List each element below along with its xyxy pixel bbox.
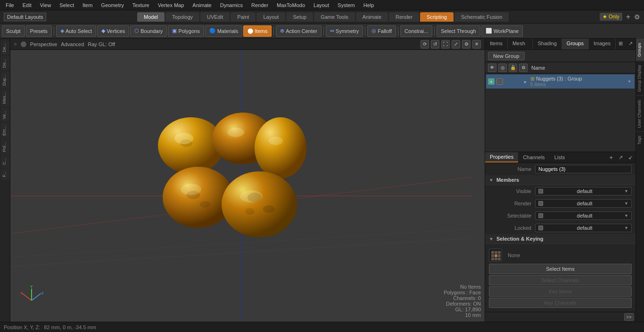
- props-shrink-btn[interactable]: ↙: [626, 153, 636, 162]
- menu-item-item[interactable]: Item: [79, 1, 96, 9]
- tab-shading[interactable]: Shading: [533, 39, 561, 49]
- layer-extra-nuggets[interactable]: [505, 78, 512, 85]
- menu-item-file[interactable]: File: [2, 1, 18, 9]
- props-tab-add[interactable]: +: [606, 152, 616, 163]
- add-layout-icon[interactable]: +: [624, 13, 632, 21]
- constrain-button[interactable]: Constrai...: [400, 25, 432, 37]
- key-items-button[interactable]: Key Items: [489, 286, 632, 297]
- props-expand-btn[interactable]: ↗: [616, 153, 626, 162]
- menu-item-view[interactable]: View: [36, 1, 55, 9]
- viewport-ctrl-3[interactable]: ⛶: [441, 40, 450, 49]
- members-section-header[interactable]: ▼ Members: [485, 175, 636, 185]
- advanced-label[interactable]: Advanced: [61, 41, 84, 47]
- falloff-button[interactable]: ◎ Falloff: [367, 25, 396, 37]
- vertices-button[interactable]: ◆ Vertices: [97, 25, 129, 37]
- sidebar-tab-pol[interactable]: Pol...: [1, 139, 9, 155]
- render-select[interactable]: default ▼: [535, 199, 632, 208]
- symmetry-button[interactable]: ⇔ Symmetry: [326, 25, 363, 37]
- keying-dots-grid[interactable]: [489, 249, 502, 262]
- layout-tab-uvedit[interactable]: UVEdit: [200, 12, 230, 22]
- sidebar-tab-de2[interactable]: De...: [1, 56, 9, 71]
- sidebar-tab-f[interactable]: F...: [1, 169, 9, 180]
- polygons-button[interactable]: ▣ Polygons: [168, 25, 204, 37]
- perspective-label[interactable]: Perspective: [30, 41, 57, 47]
- viewport-menu-icon[interactable]: ≡: [14, 41, 17, 47]
- viewport-ctrl-2[interactable]: ↺: [431, 40, 439, 49]
- props-arrow-btn[interactable]: >>: [624, 313, 634, 321]
- layer-lock-icon[interactable]: 🔒: [509, 64, 517, 72]
- tab-expand-btn[interactable]: ⊞: [616, 39, 626, 49]
- menu-item-animate[interactable]: Animate: [189, 1, 215, 9]
- new-group-button[interactable]: New Group: [488, 52, 525, 60]
- sculpt-button[interactable]: Sculpt: [2, 25, 25, 37]
- selectable-select[interactable]: default ▼: [535, 211, 632, 220]
- menu-item-maxtomodo[interactable]: MaxToModo: [273, 1, 309, 9]
- layout-tab-topology[interactable]: Topology: [165, 12, 199, 22]
- tab-groups[interactable]: Groups: [562, 39, 589, 49]
- menu-item-help[interactable]: Help: [360, 1, 378, 9]
- ray-gl-label[interactable]: Ray GL: Off: [88, 41, 115, 47]
- viewport-ctrl-1[interactable]: ⟳: [421, 40, 429, 49]
- work-plane-button[interactable]: ⬜ WorkPlane: [481, 25, 523, 37]
- materials-button[interactable]: 🔵 Materials: [205, 25, 243, 37]
- menu-item-dynamics[interactable]: Dynamics: [216, 1, 247, 9]
- sel-keying-header[interactable]: ▼ Selection & Keying: [485, 234, 636, 244]
- layout-tab-game-tools[interactable]: Game Tools: [314, 12, 355, 22]
- layer-extra-icon[interactable]: ⚙: [519, 64, 528, 72]
- layout-tab-paint[interactable]: Paint: [231, 12, 256, 22]
- tab-items[interactable]: Items: [485, 39, 508, 49]
- layout-tab-layout[interactable]: Layout: [256, 12, 285, 22]
- sidebar-tab-c[interactable]: C...: [1, 155, 9, 168]
- vtab-tags[interactable]: Tags: [636, 131, 644, 148]
- items-button[interactable]: ⬤ Items: [243, 25, 272, 37]
- viewport-ctrl-6[interactable]: ✕: [472, 40, 481, 49]
- layer-render-icon[interactable]: ◎: [498, 64, 507, 72]
- layer-extra2-nuggets[interactable]: [513, 78, 520, 85]
- select-channels-button[interactable]: Select Channels: [489, 275, 632, 285]
- key-channels-button[interactable]: Key Channels: [489, 298, 632, 308]
- locked-select[interactable]: default ▼: [535, 224, 632, 232]
- layer-eye-icon[interactable]: 👁: [488, 64, 496, 72]
- menu-item-edit[interactable]: Edit: [19, 1, 35, 9]
- select-items-button[interactable]: Select Items: [489, 264, 632, 274]
- select-through-button[interactable]: Select Through: [437, 25, 480, 37]
- layout-tab-animate[interactable]: Animate: [356, 12, 388, 22]
- layer-expand-nuggets[interactable]: ▸: [522, 78, 528, 85]
- sidebar-tab-de1[interactable]: De...: [1, 40, 9, 55]
- layer-vis-nuggets[interactable]: ●: [488, 78, 495, 85]
- visible-select[interactable]: default ▼: [535, 187, 632, 195]
- presets-button[interactable]: Presets: [26, 25, 52, 37]
- tab-properties[interactable]: Properties: [485, 152, 518, 162]
- menu-item-vertex map[interactable]: Vertex Map: [154, 1, 188, 9]
- tab-mesh[interactable]: Mesh ...: [508, 39, 533, 49]
- boundary-button[interactable]: ⬡ Boundary: [130, 25, 167, 37]
- layer-render-nuggets[interactable]: [496, 78, 503, 85]
- layer-item-nuggets[interactable]: ● ▸ ⊞ Nuggets (3) : Group 5 Items +: [486, 74, 635, 89]
- viewport-ctrl-4[interactable]: ⤢: [452, 40, 460, 49]
- sidebar-tab-ve[interactable]: Ve...: [1, 108, 9, 122]
- action-center-button[interactable]: ⊕ Action Center: [276, 25, 322, 37]
- tab-channels[interactable]: Channels: [518, 153, 549, 162]
- menu-item-select[interactable]: Select: [56, 1, 78, 9]
- vtab-user-channels[interactable]: User Channels: [636, 96, 644, 132]
- layout-dropdown[interactable]: Default Layouts: [4, 13, 46, 21]
- menu-item-render[interactable]: Render: [248, 1, 272, 9]
- tab-close-btn[interactable]: ↗: [626, 39, 636, 49]
- auto-select-button[interactable]: ◈ Auto Select: [56, 25, 96, 37]
- layout-tab-setup[interactable]: Setup: [286, 12, 313, 22]
- 3d-scene[interactable]: No Items Polygons : Face Channels: 0 Def…: [10, 50, 485, 322]
- sidebar-tab-mes[interactable]: Mes...: [1, 89, 9, 107]
- layer-add-nuggets[interactable]: +: [626, 78, 633, 85]
- viewport[interactable]: ≡ Perspective Advanced Ray GL: Off ⟳ ↺ ⛶…: [10, 39, 485, 322]
- layout-tab-render[interactable]: Render: [389, 12, 419, 22]
- menu-item-system[interactable]: System: [334, 1, 359, 9]
- vtab-groups[interactable]: Groups: [636, 39, 644, 61]
- vtab-group-display[interactable]: Group Display: [636, 61, 644, 96]
- sidebar-tab-dup[interactable]: Dup...: [1, 72, 9, 89]
- tab-images[interactable]: Images: [589, 39, 616, 49]
- layout-tab-scripting[interactable]: Scripting: [420, 12, 454, 22]
- menu-item-geometry[interactable]: Geometry: [97, 1, 127, 9]
- viewport-ctrl-5[interactable]: ⚙: [462, 40, 471, 49]
- layout-tab-schematic-fusion[interactable]: Schematic Fusion: [454, 12, 509, 22]
- menu-item-texture[interactable]: Texture: [129, 1, 153, 9]
